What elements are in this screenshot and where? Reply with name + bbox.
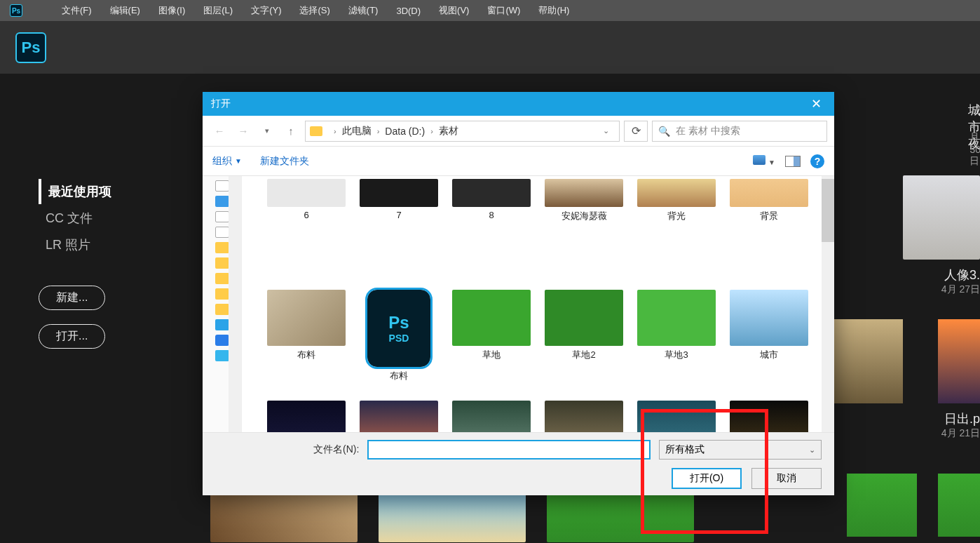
file-grid: 6 7 8 安妮海瑟薇 背光 背景 布料 Ps PSD 布料 草地 草地2 草地…: [242, 176, 834, 432]
nav-tree[interactable]: [203, 176, 242, 432]
menu-file[interactable]: 文件(F): [55, 1, 99, 20]
recent-title-2: 日出.p: [917, 410, 980, 427]
file-item[interactable]: 窗边: [632, 401, 721, 432]
dialog-titlebar[interactable]: 打开 ✕: [203, 92, 834, 116]
search-icon: 🔍: [658, 126, 670, 137]
breadcrumb-pc[interactable]: 此电脑: [342, 125, 372, 138]
dialog-command-row: 组织 ▼ 新建文件夹 ▼ ?: [203, 147, 834, 176]
chevron-down-icon: ⌄: [809, 445, 815, 455]
new-folder-button[interactable]: 新建文件夹: [260, 155, 309, 168]
new-button[interactable]: 新建...: [39, 286, 105, 310]
cancel-button[interactable]: 取消: [751, 468, 822, 489]
recent-date-1: 4月 27日: [833, 283, 980, 296]
sidebar-item-recent[interactable]: 最近使用项: [39, 179, 118, 204]
recent-title-1: 人像3.: [833, 267, 980, 283]
recent-date-0: 4月 30日: [969, 120, 980, 168]
file-item[interactable]: 布料: [261, 290, 351, 401]
search-input[interactable]: 🔍 在 素材 中搜索: [652, 121, 827, 142]
recent-thumb-grass2[interactable]: [938, 474, 980, 537]
close-icon[interactable]: ✕: [807, 96, 826, 112]
view-mode-button[interactable]: ▼: [753, 155, 775, 168]
refresh-button[interactable]: ⟳: [624, 121, 648, 142]
folder-icon: [310, 126, 322, 136]
menu-layer[interactable]: 图层(L): [196, 1, 240, 20]
nav-history-button[interactable]: ▾: [257, 121, 277, 141]
menu-image[interactable]: 图像(I): [151, 1, 192, 20]
recent-thumb-grass1[interactable]: [847, 474, 917, 537]
preview-pane-button[interactable]: [785, 156, 801, 167]
file-item[interactable]: 8: [447, 179, 536, 290]
nav-tree-scrollbar[interactable]: [229, 176, 241, 432]
recent-thumb-2a[interactable]: [833, 319, 903, 403]
help-icon[interactable]: ?: [810, 154, 824, 168]
file-item[interactable]: 6: [261, 179, 351, 290]
file-item[interactable]: 背光: [632, 179, 721, 290]
psd-label: PSD: [389, 333, 409, 344]
nav-up-button[interactable]: ↑: [281, 121, 301, 141]
file-item[interactable]: 窗: [447, 401, 536, 432]
file-item[interactable]: 草地: [447, 290, 536, 401]
bottom-thumb-0[interactable]: [210, 488, 358, 542]
menu-view[interactable]: 视图(V): [432, 1, 476, 20]
home-sidebar: 最近使用项 CC 文件 LR 照片 新建... 打开...: [39, 179, 118, 349]
menu-3d[interactable]: 3D(D): [389, 3, 428, 19]
file-item[interactable]: 安妮海瑟薇: [539, 179, 629, 290]
chevron-down-icon: ▼: [235, 157, 242, 165]
menu-type[interactable]: 文字(Y): [244, 1, 288, 20]
sidebar-item-lr-photos[interactable]: LR 照片: [39, 232, 118, 257]
nav-forward-button[interactable]: →: [233, 121, 253, 141]
menu-help[interactable]: 帮助(H): [531, 1, 576, 20]
file-item[interactable]: 城市: [724, 290, 814, 401]
nav-back-button[interactable]: ←: [210, 121, 229, 141]
file-item-selected[interactable]: Ps PSD 布料: [354, 290, 444, 401]
file-item[interactable]: 背景: [724, 179, 814, 290]
filename-input[interactable]: [367, 440, 651, 460]
search-placeholder: 在 素材 中搜索: [676, 125, 740, 138]
file-item[interactable]: 窗边 (2): [539, 401, 629, 432]
ps-logo-icon: Ps: [15, 32, 46, 63]
menu-filter[interactable]: 滤镜(T): [341, 1, 386, 20]
chevron-right-icon: ›: [328, 127, 342, 135]
chevron-right-icon: ›: [425, 127, 439, 135]
breadcrumb-folder[interactable]: 素材: [439, 125, 458, 138]
breadcrumb-drive[interactable]: Data (D:): [385, 126, 425, 137]
organize-button[interactable]: 组织 ▼: [212, 155, 242, 168]
open-file-button[interactable]: 打开(O): [672, 468, 742, 489]
open-button[interactable]: 打开...: [39, 324, 105, 349]
file-grid-scrollbar[interactable]: [822, 176, 834, 432]
dialog-nav-row: ← → ▾ ↑ › 此电脑 › Data (D:) › 素材 ⌄ ⟳ 🔍 在 素…: [203, 116, 834, 147]
filename-label: 文件名(N):: [215, 443, 359, 456]
recent-date-2: 4月 21日: [917, 427, 980, 440]
menu-edit[interactable]: 编辑(E): [103, 1, 147, 20]
app-menubar: Ps 文件(F) 编辑(E) 图像(I) 图层(L) 文字(Y) 选择(S) 滤…: [0, 0, 980, 21]
dialog-footer: 文件名(N): 所有格式 ⌄ 打开(O) 取消: [203, 432, 834, 495]
open-dialog: 打开 ✕ ← → ▾ ↑ › 此电脑 › Data (D:) › 素材 ⌄ ⟳ …: [203, 92, 834, 495]
file-item[interactable]: 灯光2: [724, 401, 814, 432]
dialog-title: 打开: [211, 98, 231, 110]
sidebar-item-cc-files[interactable]: CC 文件: [39, 206, 118, 231]
recent-thumb-2b[interactable]: [938, 319, 980, 403]
chevron-down-icon[interactable]: ⌄: [597, 126, 615, 135]
bottom-thumb-2[interactable]: [547, 488, 694, 542]
dialog-body: 6 7 8 安妮海瑟薇 背光 背景 布料 Ps PSD 布料 草地 草地2 草地…: [203, 176, 834, 432]
menu-select[interactable]: 选择(S): [292, 1, 336, 20]
options-bar: Ps: [0, 21, 980, 74]
file-item[interactable]: 7: [354, 179, 444, 290]
file-item[interactable]: 草地2: [539, 290, 629, 401]
file-item[interactable]: 草地3: [632, 290, 721, 401]
menu-window[interactable]: 窗口(W): [480, 1, 527, 20]
recent-thumb-1[interactable]: [903, 175, 980, 260]
address-bar[interactable]: › 此电脑 › Data (D:) › 素材 ⌄: [305, 121, 620, 142]
file-item[interactable]: 船: [354, 401, 444, 432]
file-item[interactable]: 城市夜景: [261, 401, 351, 432]
bottom-thumb-1[interactable]: [379, 488, 526, 542]
ps-badge-icon: Ps: [388, 313, 409, 333]
chevron-right-icon: ›: [372, 127, 386, 135]
ps-logo-menubar-icon: Ps: [10, 4, 22, 17]
file-format-select[interactable]: 所有格式 ⌄: [659, 440, 822, 460]
